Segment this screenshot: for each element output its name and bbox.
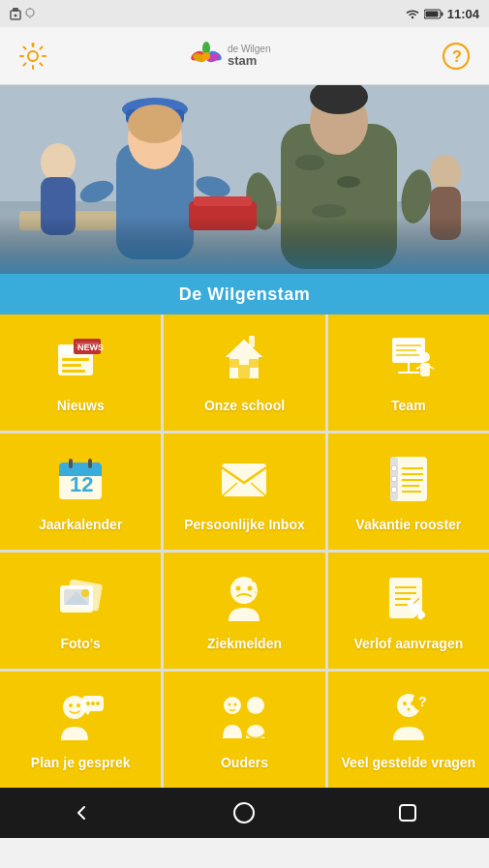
grid-item-ziekmelden[interactable]: Ziekmelden	[164, 553, 324, 669]
svg-marker-117	[84, 711, 90, 715]
grid-item-onze-school[interactable]: Onze school	[164, 314, 324, 431]
svg-rect-9	[425, 11, 438, 16]
verlof-icon	[382, 571, 436, 625]
grid-item-nieuws[interactable]: NEWS Nieuws	[0, 314, 161, 431]
plan-icon	[53, 690, 107, 744]
status-bar: 11:04	[0, 0, 489, 27]
grid-item-vakantie-rooster[interactable]: Vakantie rooster	[328, 434, 489, 550]
veel-gestelde-vragen-label: Veel gestelde vragen	[342, 754, 476, 771]
svg-point-6	[412, 16, 413, 18]
team-icon	[382, 333, 436, 387]
svg-point-122	[247, 697, 264, 714]
back-button[interactable]	[52, 793, 110, 832]
grid-item-team[interactable]: Team	[328, 314, 489, 431]
recents-button[interactable]	[379, 793, 437, 832]
fotos-label: Foto's	[60, 635, 100, 652]
svg-point-133	[234, 803, 254, 823]
grid-item-veel-gestelde-vragen[interactable]: ? Veel gestelde vragen	[328, 672, 489, 788]
vakantie-rooster-label: Vakantie rooster	[355, 516, 461, 533]
svg-rect-50	[62, 364, 81, 367]
svg-point-103	[257, 584, 260, 587]
help-button[interactable]: ?	[439, 39, 474, 74]
svg-line-73	[416, 367, 420, 369]
svg-point-128	[403, 702, 407, 705]
home-icon	[232, 801, 256, 824]
svg-rect-134	[400, 805, 415, 821]
app-logo: de Wilgen stam	[187, 39, 303, 74]
notification-icon	[25, 8, 35, 19]
news-icon: NEWS	[53, 333, 107, 387]
svg-rect-60	[249, 359, 259, 368]
school-icon	[217, 333, 271, 387]
svg-point-3	[26, 9, 34, 16]
grid-item-plan-je-gesprek[interactable]: Plan je gesprek	[0, 672, 161, 788]
grid-item-ouders[interactable]: Ouders	[164, 672, 324, 788]
svg-point-120	[96, 702, 100, 705]
svg-line-124	[264, 735, 269, 740]
gear-icon	[18, 42, 47, 71]
settings-button[interactable]	[15, 39, 50, 74]
svg-text:12: 12	[70, 472, 93, 496]
verlof-aanvragen-label: Verlof aanvragen	[353, 635, 463, 652]
jaarkalender-label: Jaarkalender	[39, 516, 122, 533]
header: de Wilgen stam ?	[0, 27, 489, 85]
time-display: 11:04	[447, 7, 479, 21]
ouders-label: Ouders	[221, 754, 268, 771]
bottom-nav	[0, 788, 489, 838]
svg-point-16	[202, 52, 210, 60]
svg-rect-51	[62, 370, 85, 373]
svg-point-115	[76, 703, 80, 707]
svg-point-71	[420, 352, 430, 362]
svg-point-2	[15, 15, 17, 17]
vakantie-icon	[382, 452, 436, 506]
svg-text:?: ?	[452, 48, 462, 65]
home-button[interactable]	[215, 793, 273, 832]
team-label: Team	[391, 397, 426, 414]
status-left	[10, 7, 35, 20]
svg-point-102	[252, 579, 256, 583]
svg-line-74	[430, 367, 434, 369]
svg-point-130	[407, 707, 410, 710]
svg-rect-1	[13, 8, 18, 12]
menu-grid: NEWS Nieuws	[0, 314, 489, 788]
svg-point-87	[391, 476, 397, 482]
svg-point-125	[229, 703, 231, 705]
school-title: De Wilgenstam	[179, 284, 310, 305]
onze-school-label: Onze school	[204, 397, 285, 414]
grid-item-persoonlijke-inbox[interactable]: Persoonlijke Inbox	[164, 434, 324, 550]
svg-point-118	[86, 702, 90, 705]
plan-je-gesprek-label: Plan je gesprek	[31, 754, 131, 771]
grid-item-verlof-aanvragen[interactable]: Verlof aanvragen	[328, 553, 489, 669]
nieuws-label: Nieuws	[57, 397, 105, 414]
photos-icon	[53, 571, 107, 625]
grid-item-jaarkalender[interactable]: 12 Jaarkalender	[0, 434, 161, 550]
svg-rect-46	[0, 85, 489, 274]
svg-point-101	[248, 585, 253, 590]
svg-rect-8	[441, 12, 443, 15]
svg-point-86	[391, 465, 397, 471]
svg-point-98	[81, 589, 89, 597]
hero-scene-svg	[0, 85, 489, 274]
back-icon	[70, 801, 93, 824]
grid-item-fotos[interactable]: Foto's	[0, 553, 161, 669]
svg-rect-59	[229, 359, 239, 368]
title-banner: De Wilgenstam	[0, 274, 489, 314]
svg-point-100	[236, 585, 241, 590]
logo-icon: de Wilgen stam	[187, 39, 303, 74]
svg-text:?: ?	[418, 694, 427, 709]
ziekmelden-label: Ziekmelden	[207, 635, 282, 652]
svg-rect-58	[238, 365, 250, 378]
ouders-icon	[217, 690, 271, 744]
svg-rect-49	[62, 358, 89, 361]
svg-rect-79	[88, 459, 92, 468]
svg-point-121	[224, 697, 241, 714]
hero-image	[0, 85, 489, 274]
svg-point-104	[255, 591, 257, 593]
wifi-icon	[405, 8, 420, 19]
svg-text:stam: stam	[228, 53, 257, 68]
svg-rect-10	[31, 43, 35, 46]
faq-icon: ?	[382, 690, 436, 744]
persoonlijke-inbox-label: Persoonlijke Inbox	[184, 516, 304, 533]
svg-point-119	[91, 702, 95, 705]
svg-rect-72	[420, 363, 430, 376]
